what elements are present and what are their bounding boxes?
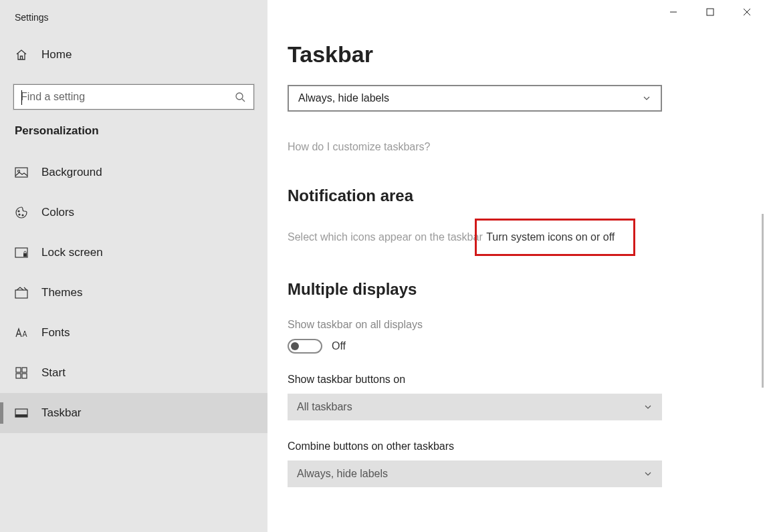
taskbar-icon bbox=[15, 408, 28, 418]
sidebar-item-colors[interactable]: Colors bbox=[0, 192, 267, 233]
system-icons-link[interactable]: Turn system icons on or off bbox=[486, 231, 615, 243]
palette-icon bbox=[15, 206, 28, 219]
sidebar-item-label: Fonts bbox=[41, 326, 70, 340]
show-taskbar-buttons-on-label: Show taskbar buttons on bbox=[288, 374, 765, 386]
help-link[interactable]: How do I customize taskbars? bbox=[288, 141, 430, 153]
svg-rect-14 bbox=[15, 414, 27, 417]
sidebar-item-taskbar[interactable]: Taskbar bbox=[0, 393, 267, 433]
settings-window: Settings Home Personalization bbox=[0, 0, 765, 532]
dropdown-value: All taskbars bbox=[297, 401, 352, 413]
sidebar-item-label: Lock screen bbox=[41, 246, 103, 259]
select-icons-link[interactable]: Select which icons appear on the taskbar bbox=[288, 231, 483, 243]
highlight-box: Turn system icons on or off bbox=[475, 219, 635, 256]
chevron-down-icon bbox=[643, 469, 653, 479]
themes-icon bbox=[15, 287, 28, 299]
fonts-icon bbox=[15, 327, 28, 338]
chevron-down-icon bbox=[642, 94, 651, 103]
home-icon bbox=[15, 48, 28, 61]
scrollbar[interactable] bbox=[762, 214, 764, 388]
lockscreen-icon bbox=[15, 247, 28, 258]
sidebar-item-background[interactable]: Background bbox=[0, 152, 267, 192]
svg-rect-12 bbox=[22, 374, 27, 378]
sidebar-item-label: Themes bbox=[41, 286, 82, 299]
sidebar-item-label: Start bbox=[41, 366, 66, 380]
show-taskbar-buttons-on-dropdown[interactable]: All taskbars bbox=[288, 394, 662, 420]
sidebar-item-start[interactable]: Start bbox=[0, 353, 267, 393]
nav-home-label: Home bbox=[41, 48, 72, 61]
search-wrap bbox=[0, 68, 267, 124]
start-icon bbox=[15, 367, 28, 379]
svg-point-5 bbox=[22, 215, 23, 216]
sidebar-item-themes[interactable]: Themes bbox=[0, 273, 267, 313]
svg-point-0 bbox=[236, 93, 243, 100]
toggle-row: Off bbox=[288, 339, 765, 354]
show-taskbar-all-displays-label: Show taskbar on all displays bbox=[288, 319, 765, 331]
sidebar: Settings Home Personalization bbox=[0, 0, 267, 532]
svg-rect-10 bbox=[22, 368, 27, 372]
picture-icon bbox=[15, 167, 28, 178]
minimize-button[interactable] bbox=[655, 0, 691, 24]
sidebar-item-label: Colors bbox=[41, 206, 74, 219]
nav-home[interactable]: Home bbox=[0, 41, 267, 68]
svg-rect-8 bbox=[15, 290, 27, 298]
search-input[interactable] bbox=[14, 91, 227, 103]
dropdown-value: Always, hide labels bbox=[298, 92, 389, 104]
window-controls bbox=[655, 0, 765, 24]
text-caret bbox=[21, 90, 22, 105]
window-title: Settings bbox=[0, 8, 267, 41]
combine-buttons-other-taskbars-dropdown[interactable]: Always, hide labels bbox=[288, 460, 662, 487]
toggle-knob bbox=[291, 342, 299, 350]
sidebar-item-label: Background bbox=[41, 166, 102, 179]
svg-rect-9 bbox=[16, 368, 21, 372]
svg-point-3 bbox=[18, 211, 19, 212]
sidebar-item-lockscreen[interactable]: Lock screen bbox=[0, 233, 267, 273]
svg-rect-11 bbox=[16, 374, 21, 378]
dropdown-value: Always, hide labels bbox=[297, 468, 388, 480]
content-pane: Taskbar Always, hide labels How do I cus… bbox=[267, 0, 765, 532]
search-box[interactable] bbox=[13, 84, 254, 110]
toggle-state-text: Off bbox=[332, 340, 346, 352]
combine-buttons-other-taskbars-label: Combine buttons on other taskbars bbox=[288, 440, 765, 452]
svg-point-4 bbox=[19, 214, 20, 215]
sidebar-item-fonts[interactable]: Fonts bbox=[0, 313, 267, 353]
sidebar-item-label: Taskbar bbox=[41, 406, 82, 420]
search-icon bbox=[227, 92, 253, 102]
close-button[interactable] bbox=[728, 0, 765, 24]
chevron-down-icon bbox=[643, 402, 653, 412]
svg-rect-7 bbox=[23, 253, 27, 257]
section-label: Personalization bbox=[0, 124, 267, 152]
show-taskbar-all-displays-toggle[interactable] bbox=[288, 339, 322, 354]
svg-point-2 bbox=[18, 170, 20, 172]
maximize-button[interactable] bbox=[691, 0, 728, 24]
svg-rect-15 bbox=[707, 9, 714, 15]
notification-area-heading: Notification area bbox=[288, 186, 765, 205]
multiple-displays-heading: Multiple displays bbox=[288, 280, 765, 299]
combine-buttons-dropdown-top[interactable]: Always, hide labels bbox=[288, 85, 662, 112]
svg-rect-1 bbox=[15, 168, 27, 177]
